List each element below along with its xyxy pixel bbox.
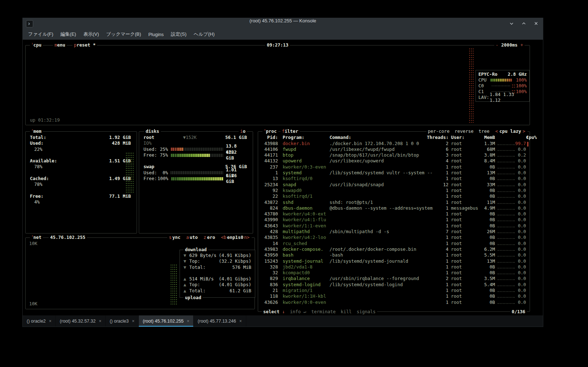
header-command[interactable]: Command:	[330, 135, 435, 140]
net-toggle-2[interactable]: zero	[204, 235, 216, 240]
tab-close-icon[interactable]: ×	[49, 319, 52, 324]
proc-toggle-reverse[interactable]: reverse	[455, 128, 474, 134]
net-download-label: Total:	[189, 265, 205, 270]
net-upload-value: 61.2 GiB	[230, 288, 251, 294]
process-row[interactable]: 829irqbalance/usr/sbin/irqbalance --fore…	[258, 276, 530, 281]
process-row[interactable]: 44132upowerd/usr/libexec/upowerd4root8.4…	[258, 158, 530, 164]
menu-hotkey: m	[54, 42, 57, 48]
refresh-decrease-button[interactable]: -	[496, 42, 499, 48]
menu-button[interactable]: menu	[53, 42, 67, 48]
process-threads: 1	[427, 205, 448, 211]
process-row[interactable]: 43950bash-bash1root5.5M0.0	[258, 252, 530, 258]
proc-toggle-per-core[interactable]: per-core	[428, 128, 450, 134]
proc-footer-action-3[interactable]: signals	[357, 309, 376, 315]
process-row[interactable]: 15243systemd-journal/lib/systemd/systemd…	[258, 258, 530, 264]
net-toggle-1[interactable]: auto	[186, 235, 199, 240]
proc-footer-action-1[interactable]: terminate	[311, 309, 336, 315]
menu-item-5[interactable]: 設定(S)	[168, 30, 190, 39]
menu-item-6[interactable]: ヘルプ(H)	[190, 30, 218, 39]
process-scrollbar[interactable]	[527, 142, 529, 147]
toggle-hotkey: a	[186, 235, 189, 240]
tab-close-icon[interactable]: ×	[239, 319, 242, 324]
tab-close-icon[interactable]: ×	[132, 319, 134, 324]
cpu-box-title[interactable]: ¹cpu	[30, 42, 43, 48]
select-action[interactable]: select ↓	[263, 309, 285, 315]
sort-selector[interactable]: <cpu lazy>	[495, 128, 526, 134]
tab-1[interactable]: (root) 45.32.57.32×	[56, 315, 106, 327]
process-row[interactable]: 43990kworker/u4:1-flu1root0B0.0	[258, 217, 530, 223]
refresh-increase-button[interactable]: +	[520, 42, 523, 48]
process-row[interactable]: 237kworker/0:3-even1root0B0.0	[258, 164, 530, 170]
process-row[interactable]: 25234snapd/usr/lib/snapd/snapd12root33M0…	[258, 182, 530, 188]
menu-item-1[interactable]: 編集(E)	[57, 30, 79, 39]
net-download-label: 629 Byte/s	[189, 253, 216, 258]
tab-2[interactable]: () oracle3×	[106, 315, 139, 327]
process-row[interactable]: 43872sshdsshd: root@pts/11root11M0.0	[258, 200, 530, 205]
header-pid[interactable]: Pid:	[262, 135, 278, 140]
process-pid: 43988	[262, 141, 278, 147]
process-row[interactable]: 43626kworker/0:0-even1root0B0.0	[258, 300, 530, 305]
header-memory[interactable]: MemB	[474, 135, 495, 140]
network-interface-selector[interactable]: <benp1s0n>	[221, 235, 250, 240]
process-row[interactable]: 43780kworker/u4:0-ext1root0B0.0	[258, 211, 530, 217]
process-row[interactable]: 13ksoftirqd/01root0B0.0	[258, 176, 530, 182]
process-row[interactable]: 43988docker.bin./docker.bin 172.104.70.2…	[258, 141, 530, 147]
process-box-title[interactable]: ⁴proc	[262, 128, 278, 134]
maximize-icon[interactable]	[521, 21, 526, 26]
process-row[interactable]: 43983docker-compose./root/.docker/docker…	[258, 246, 530, 252]
process-row[interactable]: 824dbus-daemon@dbus-daemon --system --ad…	[258, 205, 530, 211]
process-row[interactable]: 21migration/11root0B0.0	[258, 288, 530, 293]
preset-button[interactable]: preset *	[72, 42, 97, 48]
net-upload-label: 514 MiB/s	[189, 276, 214, 282]
process-row[interactable]: 32kcompactd01root0B0.0	[258, 270, 530, 276]
process-row[interactable]: 1systemd/lib/systemd/systemd vultr --sys…	[258, 170, 530, 176]
process-user: root	[451, 147, 462, 152]
close-icon[interactable]	[534, 21, 539, 26]
process-count: 0/136	[510, 309, 527, 315]
titlebar[interactable]: (root) 45.76.102.255 — Konsole	[23, 18, 543, 29]
process-threads: 4	[427, 158, 448, 164]
tab-4[interactable]: (root) 45.77.13.246×	[194, 315, 246, 327]
sort-direction-icon: ↑	[526, 135, 529, 140]
menu-item-0[interactable]: ファイル(F)	[25, 30, 57, 39]
tab-close-icon[interactable]: ×	[187, 319, 189, 324]
menu-item-2[interactable]: 表示(V)	[80, 30, 102, 39]
header-program[interactable]: Program:	[283, 135, 304, 140]
header-threads[interactable]: Threads:	[427, 135, 448, 140]
menu-item-3[interactable]: ブックマーク(B)	[103, 30, 145, 39]
mem-stat-value: 428 MiB	[112, 140, 131, 146]
mem-stat-row: Used:428 MiB	[26, 140, 137, 146]
process-row[interactable]: 22ksoftirqd/11root0B0.0	[258, 193, 530, 199]
process-memory: 11M	[474, 200, 495, 205]
process-row[interactable]: 43643kworker/1:1-even1root0B0.0	[258, 223, 530, 229]
net-toggle-0[interactable]: sync	[169, 235, 181, 240]
process-row[interactable]: 44171btop/snap/btop/617/usr/local/bin/bt…	[258, 152, 530, 158]
process-row[interactable]: 428multipathd/sbin/multipathd -d -s7root…	[258, 229, 530, 235]
process-row[interactable]: 44106fwupd/usr/libexec/fwupd/fwupd6root6…	[258, 147, 530, 152]
process-name: ksoftirqd/0	[283, 176, 313, 182]
filter-button[interactable]: filter	[280, 128, 300, 134]
proc-footer-action-2[interactable]: kill	[341, 309, 352, 315]
load-average-label: LAV:	[478, 95, 490, 100]
process-row[interactable]: 328jbd2/vda1-81root0B0.0	[258, 264, 530, 270]
proc-toggle-tree[interactable]: tree	[479, 128, 490, 134]
process-row[interactable]: 92kswapd01root0B0.0	[258, 188, 530, 193]
tab-0[interactable]: () oracle2×	[23, 315, 56, 327]
tab-3[interactable]: (root) 45.76.102.255×	[139, 315, 194, 327]
process-row[interactable]: 118kworker/1:1H-kbl1root0B0.0	[258, 293, 530, 299]
process-threads: 1	[427, 241, 448, 246]
terminal-area[interactable]: ¹cpu menu preset * 09:27:13 - 2000ms + E…	[23, 40, 543, 315]
menu-item-4[interactable]: Plugins	[145, 30, 167, 39]
header-user[interactable]: User:	[451, 135, 465, 140]
network-box-title[interactable]: ³net	[30, 235, 43, 240]
process-row[interactable]: 43835kworker/u4:2-loo1root0B0.0	[258, 235, 530, 240]
process-threads: 1	[427, 270, 448, 276]
proc-footer-action-0[interactable]: info ↵	[290, 309, 306, 315]
process-row[interactable]: 836systemd-logind/lib/systemd/systemd-lo…	[258, 282, 530, 288]
process-row[interactable]: 14rcu_sched1root0B0.0	[258, 241, 530, 246]
process-view-controls: per-corereversetree <cpu lazy>	[426, 128, 527, 134]
tab-close-icon[interactable]: ×	[99, 319, 101, 324]
minimize-icon[interactable]	[509, 21, 514, 26]
process-pid: 836	[262, 282, 278, 288]
process-memory: 26M	[474, 229, 495, 235]
